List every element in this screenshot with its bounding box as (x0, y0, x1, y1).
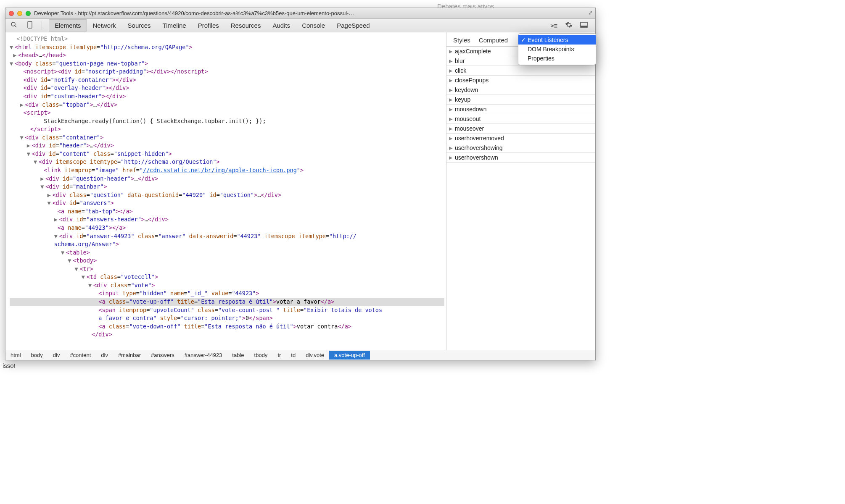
device-icon[interactable] (26, 20, 35, 31)
event-userhoverremoved[interactable]: ▶userhoverremoved (446, 134, 595, 143)
disclosure-triangle-icon: ▶ (449, 116, 452, 122)
disclosure-triangle-icon: ▶ (449, 155, 452, 160)
devtools-toolbar: ElementsNetworkSourcesTimelineProfilesRe… (5, 19, 595, 32)
close-icon[interactable] (9, 11, 14, 16)
svg-rect-4 (581, 26, 587, 27)
crumb[interactable]: #content (65, 351, 96, 360)
search-icon[interactable] (9, 21, 19, 30)
crumb[interactable]: td (286, 351, 301, 360)
tab-sources[interactable]: Sources (122, 19, 157, 32)
event-click[interactable]: ▶click (446, 66, 595, 76)
svg-point-0 (11, 22, 15, 26)
elements-tree[interactable]: <!DOCTYPE html>▼<html itemscope itemtype… (5, 32, 446, 350)
crumb[interactable]: #mainbar (113, 351, 146, 360)
crumb[interactable]: div.vote (301, 351, 329, 360)
divider (42, 21, 42, 30)
disclosure-triangle-icon: ▶ (449, 136, 452, 141)
tab-resources[interactable]: Resources (225, 19, 267, 32)
maximize-icon[interactable] (26, 11, 31, 16)
disclosure-triangle-icon: ▶ (449, 58, 452, 64)
tab-network[interactable]: Network (87, 19, 122, 32)
crumb[interactable]: tr (272, 351, 286, 360)
disclosure-triangle-icon: ▶ (449, 97, 452, 102)
traffic-lights (9, 11, 31, 16)
dropdown-item[interactable]: Event Listeners (518, 35, 596, 45)
event-mouseout[interactable]: ▶mouseout (446, 114, 595, 124)
window-title: Developer Tools - http://pt.stackoverflo… (34, 10, 592, 16)
minimize-icon[interactable] (17, 11, 22, 16)
tab-console[interactable]: Console (296, 19, 331, 32)
tab-timeline[interactable]: Timeline (157, 19, 192, 32)
dock-icon[interactable] (578, 21, 589, 30)
side-panel-dropdown[interactable]: Event ListenersDOM BreakpointsProperties (518, 33, 596, 65)
tab-styles[interactable]: Styles (449, 35, 475, 46)
devtools-window: Developer Tools - http://pt.stackoverflo… (5, 8, 596, 360)
crumb[interactable]: html (5, 351, 26, 360)
crumb[interactable]: a.vote-up-off (329, 351, 370, 360)
disclosure-triangle-icon: ▶ (449, 107, 452, 112)
tab-profiles[interactable]: Profiles (192, 19, 225, 32)
crumb[interactable]: body (26, 351, 48, 360)
crumb[interactable]: div (96, 351, 113, 360)
disclosure-triangle-icon: ▶ (449, 87, 452, 93)
event-userhovershowing[interactable]: ▶userhovershowing (446, 143, 595, 153)
crumb[interactable]: tbody (249, 351, 273, 360)
disclosure-triangle-icon: ▶ (449, 49, 452, 54)
disclosure-triangle-icon: ▶ (449, 68, 452, 74)
expand-icon[interactable]: ⤢ (588, 10, 593, 16)
svg-rect-2 (28, 21, 32, 28)
event-mousedown[interactable]: ▶mousedown (446, 105, 595, 114)
tab-audits[interactable]: Audits (267, 19, 296, 32)
event-keydown[interactable]: ▶keydown (446, 85, 595, 95)
svg-line-1 (15, 26, 16, 27)
disclosure-triangle-icon: ▶ (449, 145, 452, 151)
breadcrumb: htmlbodydiv#contentdiv#mainbar#answers#a… (5, 350, 595, 360)
dropdown-item[interactable]: Properties (518, 54, 596, 63)
crumb[interactable]: #answers (146, 351, 180, 360)
tab-elements[interactable]: Elements (49, 19, 87, 32)
dropdown-item[interactable]: DOM Breakpoints (518, 45, 596, 54)
console-toggle-icon[interactable]: >≡ (549, 21, 559, 30)
event-mouseover[interactable]: ▶mouseover (446, 124, 595, 134)
gear-icon[interactable] (563, 20, 574, 31)
crumb[interactable]: table (227, 351, 249, 360)
panel-tabs: ElementsNetworkSourcesTimelineProfilesRe… (49, 19, 376, 32)
tab-computed[interactable]: Computed (475, 35, 512, 46)
event-keyup[interactable]: ▶keyup (446, 95, 595, 105)
crumb[interactable]: div (48, 351, 65, 360)
crumb[interactable]: #answer-44923 (180, 351, 227, 360)
event-userhovershown[interactable]: ▶userhovershown (446, 153, 595, 163)
disclosure-triangle-icon: ▶ (449, 126, 452, 131)
tab-pagespeed[interactable]: PageSpeed (331, 19, 375, 32)
background-text: isso! (3, 362, 842, 369)
event-closePopups[interactable]: ▶closePopups (446, 76, 595, 85)
disclosure-triangle-icon: ▶ (449, 78, 452, 83)
titlebar: Developer Tools - http://pt.stackoverflo… (5, 8, 595, 19)
side-panel: Styles Computed ▶ajaxComplete▶blur▶click… (446, 32, 595, 350)
